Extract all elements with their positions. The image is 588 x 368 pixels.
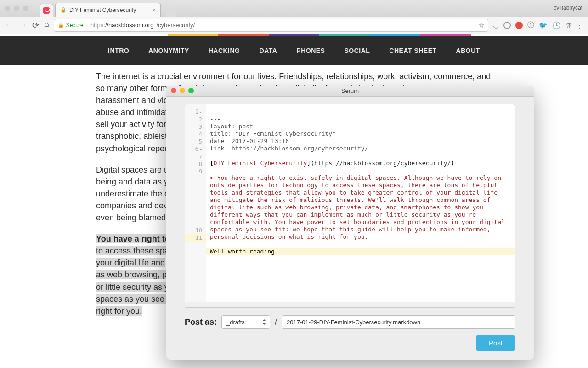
editor-titlebar[interactable]: Serum bbox=[166, 86, 534, 97]
back-button[interactable]: ← bbox=[5, 20, 13, 30]
tab-title: DIY Feminist Cybersecurity bbox=[69, 7, 136, 13]
minimize-window-icon[interactable] bbox=[180, 88, 185, 93]
bookmark-star-icon[interactable]: ☆ bbox=[478, 21, 484, 29]
browser-toolbar: ← → ⟳ ⌂ Secure | https://hackblossom.org… bbox=[0, 17, 588, 34]
nav-social[interactable]: SOCIAL bbox=[344, 47, 370, 54]
serum-editor-window: Serum 1▾ 2 3 4 5 6▾ 7 8 9 10 11 --- layo… bbox=[166, 86, 534, 360]
chrome-menu-icon[interactable]: ⋮ bbox=[576, 21, 583, 29]
labs-icon[interactable]: ⚗ bbox=[565, 21, 571, 29]
address-bar[interactable]: Secure | https://hackblossom.org/cyberse… bbox=[54, 19, 488, 32]
line-gutter: 1▾ 2 3 4 5 6▾ 7 8 9 10 11 bbox=[185, 104, 206, 302]
rainbow-divider bbox=[117, 34, 471, 36]
browser-tab-bar: 🔒 DIY Feminist Cybersecurity × eviltabby… bbox=[0, 0, 588, 17]
zoom-window-icon[interactable] bbox=[188, 88, 194, 93]
pocket-icon bbox=[43, 7, 50, 14]
editor-title: Serum bbox=[341, 87, 359, 94]
nav-cheat-sheet[interactable]: CHEAT SHEET bbox=[389, 47, 436, 54]
close-window-icon[interactable] bbox=[171, 88, 176, 93]
secure-badge: Secure bbox=[58, 22, 84, 29]
nav-phones[interactable]: PHONES bbox=[296, 47, 325, 54]
post-button[interactable]: Post bbox=[476, 335, 515, 351]
editor-traffic-lights bbox=[171, 88, 194, 93]
path-separator: / bbox=[275, 317, 277, 327]
tumblr-icon[interactable]: ⓣ bbox=[527, 21, 534, 29]
twitter-icon[interactable]: 🐦 bbox=[539, 21, 548, 29]
extension-icon[interactable] bbox=[503, 22, 511, 29]
site-nav: INTRO ANONYMITY HACKING DATA PHONES SOCI… bbox=[0, 36, 588, 65]
profile-name[interactable]: eviltabbycat bbox=[554, 5, 582, 11]
forward-button[interactable]: → bbox=[18, 20, 27, 30]
nav-intro[interactable]: INTRO bbox=[108, 47, 129, 54]
nav-hacking[interactable]: HACKING bbox=[209, 47, 240, 54]
nav-anonymity[interactable]: ANONYMITY bbox=[148, 47, 189, 54]
editor-status-bar bbox=[185, 302, 515, 308]
extension-icons: ◡ ⓣ 🐦 🕓 ⚗ ⋮ bbox=[493, 21, 583, 29]
lock-icon: 🔒 bbox=[60, 7, 67, 13]
window-traffic-lights bbox=[5, 6, 28, 11]
clock-icon[interactable]: 🕓 bbox=[552, 21, 561, 29]
pocket-ext-icon[interactable]: ◡ bbox=[493, 21, 499, 29]
close-icon[interactable]: × bbox=[152, 6, 156, 14]
post-as-label: Post as: bbox=[185, 317, 217, 327]
folder-select[interactable]: _drafts bbox=[221, 315, 270, 329]
browser-tab-active[interactable]: 🔒 DIY Feminist Cybersecurity × bbox=[55, 3, 161, 17]
code-editor[interactable]: 1▾ 2 3 4 5 6▾ 7 8 9 10 11 --- layout: po… bbox=[185, 104, 515, 302]
home-button[interactable]: ⌂ bbox=[45, 20, 49, 30]
new-tab-button[interactable] bbox=[163, 8, 177, 17]
nav-data[interactable]: DATA bbox=[260, 47, 277, 54]
reload-button[interactable]: ⟳ bbox=[32, 20, 39, 30]
adblock-icon[interactable] bbox=[515, 22, 523, 29]
pinned-tab-pocket[interactable] bbox=[40, 4, 53, 17]
nav-about[interactable]: ABOUT bbox=[456, 47, 480, 54]
code-content[interactable]: --- layout: post title: "DIY Feminist Cy… bbox=[206, 104, 515, 302]
filename-input[interactable]: 2017-01-29-DIY-Feminist-Cybersecurity.ma… bbox=[282, 315, 515, 329]
